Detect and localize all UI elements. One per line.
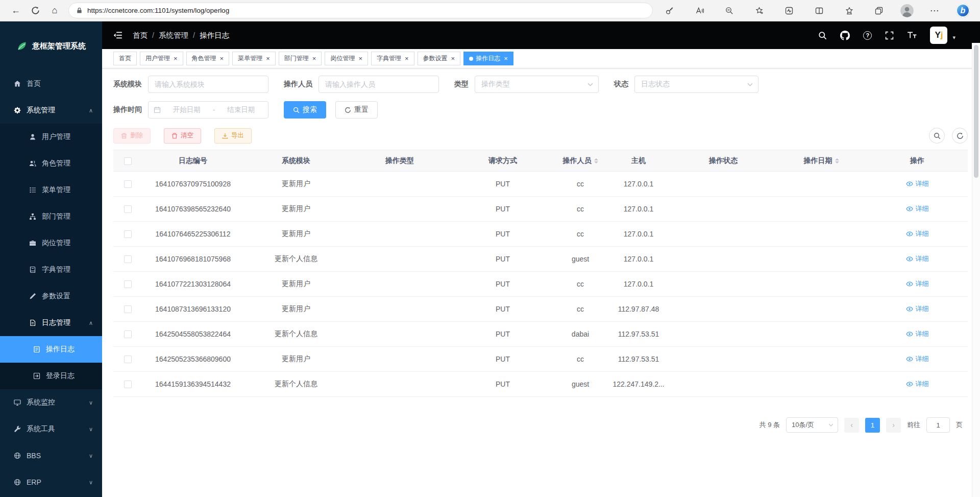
home-icon[interactable]: ⌂ (46, 3, 63, 19)
user-avatar[interactable]: Yj (930, 27, 947, 44)
next-page-button[interactable]: › (886, 418, 901, 433)
close-icon[interactable]: × (358, 55, 362, 62)
sidebar-item-monitor[interactable]: 系统监控 ∨ (0, 389, 102, 416)
favorites-icon[interactable] (841, 3, 858, 19)
toggle-search-button[interactable] (929, 128, 945, 144)
close-icon[interactable]: × (220, 55, 224, 62)
detail-link[interactable]: 详细 (906, 229, 929, 239)
tab-user[interactable]: 用户管理× (140, 52, 183, 65)
breadcrumb-system[interactable]: 系统管理 (159, 31, 188, 40)
detail-link[interactable]: 详细 (906, 380, 929, 389)
module-input[interactable] (148, 76, 268, 93)
browser-essentials-icon[interactable] (780, 3, 798, 19)
close-icon[interactable]: × (266, 55, 270, 62)
fullscreen-icon[interactable] (885, 31, 894, 40)
sidebar-item-log[interactable]: 日志管理 ∧ (0, 310, 102, 336)
sidebar-item-user[interactable]: 用户管理 (0, 124, 102, 150)
close-icon[interactable]: × (504, 55, 508, 62)
row-checkbox[interactable] (124, 255, 132, 263)
row-checkbox[interactable] (124, 205, 132, 213)
sidebar-toggle-icon[interactable] (113, 31, 122, 39)
app-logo[interactable]: 意框架管理系统 (0, 21, 102, 70)
sidebar-item-post[interactable]: 岗位管理 (0, 230, 102, 256)
address-bar[interactable]: https://ccnetcore.com:1101/system/log/op… (68, 3, 653, 18)
tab-param[interactable]: 参数设置× (418, 52, 461, 65)
clear-button[interactable]: 清空 (164, 128, 201, 144)
detail-link[interactable]: 详细 (906, 254, 929, 264)
tab-role[interactable]: 角色管理× (186, 52, 230, 65)
sort-icons[interactable] (835, 158, 839, 164)
detail-link[interactable]: 详细 (906, 179, 929, 188)
zoom-out-icon[interactable] (721, 3, 738, 19)
bing-icon[interactable]: b (956, 4, 970, 17)
sidebar-item-dept[interactable]: 部门管理 (0, 203, 102, 230)
sidebar-item-loginlog[interactable]: 登录日志 (0, 363, 102, 389)
prev-page-button[interactable]: ‹ (844, 418, 859, 433)
password-icon[interactable] (661, 3, 678, 19)
search-button[interactable]: 搜索 (284, 101, 326, 119)
date-range-picker[interactable]: 开始日期 - 结束日期 (148, 101, 268, 119)
github-icon[interactable] (840, 31, 850, 40)
detail-link[interactable]: 详细 (906, 329, 929, 339)
row-checkbox[interactable] (124, 280, 132, 288)
row-checkbox[interactable] (124, 381, 132, 388)
detail-link[interactable]: 详细 (906, 304, 929, 314)
goto-page-input[interactable] (926, 417, 950, 433)
column-operator[interactable]: 操作人员 (554, 150, 606, 172)
detail-link[interactable]: 详细 (906, 354, 929, 364)
row-checkbox[interactable] (124, 305, 132, 313)
tab-home[interactable]: 首页 (113, 52, 137, 65)
sidebar-item-home[interactable]: 首页 (0, 70, 102, 97)
tab-menu[interactable]: 菜单管理× (232, 52, 276, 65)
status-select[interactable]: 日志状态 (634, 76, 758, 93)
detail-link[interactable]: 详细 (906, 204, 929, 214)
page-size-select[interactable]: 10条/页 (786, 417, 838, 433)
tab-post[interactable]: 岗位管理× (325, 52, 368, 65)
select-all-cell[interactable] (113, 150, 142, 172)
row-checkbox[interactable] (124, 230, 132, 238)
tab-operlog[interactable]: 操作日志× (463, 52, 513, 65)
split-screen-icon[interactable] (811, 3, 828, 19)
reset-button[interactable]: 重置 (335, 101, 378, 119)
select-all-checkbox[interactable] (124, 157, 132, 165)
breadcrumb-home[interactable]: 首页 (133, 31, 148, 40)
export-button[interactable]: 导出 (214, 128, 252, 144)
sidebar-item-tool[interactable]: 系统工具 ∨ (0, 416, 102, 442)
add-favorite-icon[interactable] (751, 3, 768, 19)
refresh-icon[interactable] (27, 3, 44, 19)
sidebar-item-erp[interactable]: ERP ∨ (0, 469, 102, 495)
more-menu-icon[interactable]: ⋯ (926, 3, 943, 19)
sort-icons[interactable] (594, 158, 598, 164)
tab-dept[interactable]: 部门管理× (279, 52, 322, 65)
delete-button[interactable]: 删除 (113, 128, 151, 144)
detail-link[interactable]: 详细 (906, 279, 929, 289)
font-size-icon[interactable] (907, 31, 917, 39)
sidebar-item-operlog[interactable]: 操作日志 (0, 336, 102, 363)
close-icon[interactable]: × (174, 55, 178, 62)
current-page-button[interactable]: 1 (865, 418, 880, 433)
sidebar-item-role[interactable]: 角色管理 (0, 150, 102, 177)
tab-dict[interactable]: 字典管理× (371, 52, 414, 65)
close-icon[interactable]: × (451, 55, 455, 62)
caret-down-icon[interactable]: ▾ (952, 34, 955, 44)
row-checkbox[interactable] (124, 330, 132, 338)
row-checkbox[interactable] (124, 356, 132, 363)
type-select[interactable]: 操作类型 (475, 76, 599, 93)
close-icon[interactable]: × (312, 55, 316, 62)
column-date[interactable]: 操作日期 (776, 150, 867, 172)
profile-avatar[interactable] (900, 4, 914, 17)
back-icon[interactable]: ← (7, 3, 24, 19)
refresh-table-button[interactable] (952, 128, 968, 144)
sidebar-item-system[interactable]: 系统管理 ∧ (0, 97, 102, 124)
row-checkbox[interactable] (124, 180, 132, 188)
read-aloud-icon[interactable] (691, 3, 708, 19)
sidebar-item-param[interactable]: 参数设置 (0, 283, 102, 310)
collections-icon[interactable] (870, 3, 888, 19)
close-icon[interactable]: × (405, 55, 409, 62)
page-scrollbar[interactable] (972, 43, 980, 497)
sidebar-item-bbs[interactable]: BBS ∨ (0, 442, 102, 469)
help-icon[interactable]: ? (863, 31, 872, 40)
operator-input[interactable] (318, 76, 439, 93)
sidebar-item-menu[interactable]: 菜单管理 (0, 177, 102, 203)
scrollbar-thumb[interactable] (974, 45, 978, 178)
